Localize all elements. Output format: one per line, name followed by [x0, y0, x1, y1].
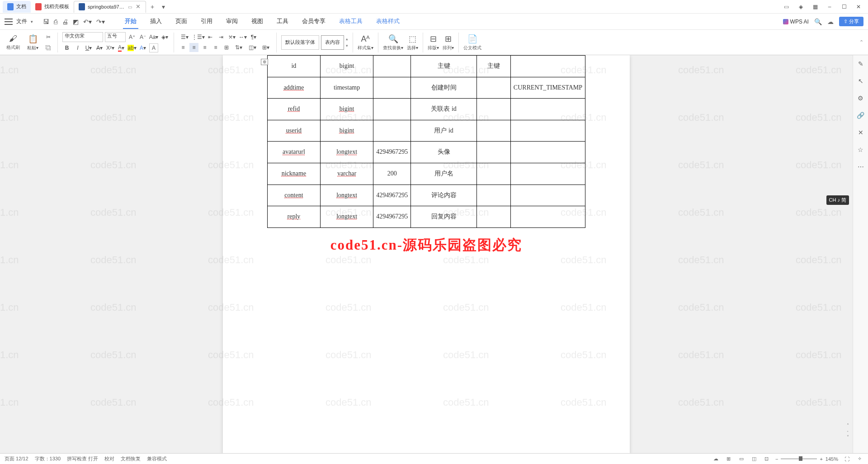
clear-format-icon[interactable]: ◈▾ [160, 33, 169, 42]
tab-springboot-doc[interactable]: springboota97r2数据库文档 ▭ ✕ [74, 1, 146, 13]
strikethrough-icon[interactable]: A̶▾ [95, 43, 104, 52]
minimize-button[interactable]: – [823, 1, 836, 13]
view-mode-2-icon[interactable]: ⊞ [725, 455, 733, 463]
menu-review[interactable]: 审阅 [224, 14, 240, 29]
table-cell[interactable]: 头像 [411, 142, 477, 163]
table-cell[interactable]: 创建时间 [411, 77, 477, 99]
table-cell[interactable]: longtext [320, 142, 373, 163]
table-cell[interactable]: refid [268, 99, 321, 120]
line-spacing-icon[interactable]: ⇅▾ [233, 43, 245, 52]
table-cell[interactable]: 评论内容 [411, 185, 477, 206]
style-default[interactable]: 默认段落字体 [281, 35, 319, 50]
table-cell[interactable]: 4294967295 [373, 185, 411, 206]
menu-reference[interactable]: 引用 [199, 14, 214, 29]
table-cell[interactable] [476, 99, 510, 120]
rail-settings-icon[interactable]: ⚙ [856, 93, 866, 103]
zoom-level[interactable]: 145% [826, 456, 838, 462]
table-cell[interactable]: bigint [320, 56, 373, 77]
align-right-icon[interactable]: ≡ [200, 43, 209, 52]
layout-row-button[interactable]: ⊟排版▾ [428, 34, 439, 51]
font-name-select[interactable]: 华文仿宋 [62, 32, 103, 42]
tab-documents[interactable]: 文档 [3, 1, 31, 13]
table-cell[interactable] [510, 185, 585, 206]
superscript-icon[interactable]: X²▾ [106, 43, 115, 52]
rail-pencil-icon[interactable]: ✎ [856, 59, 866, 69]
sort-icon[interactable]: ⤧▾ [227, 33, 236, 42]
status-page[interactable]: 页面 12/12 [5, 455, 28, 462]
table-cell[interactable]: 主键 [476, 56, 510, 77]
align-justify-icon[interactable]: ≡ [211, 43, 220, 52]
menu-member[interactable]: 会员专享 [300, 14, 327, 29]
table-row[interactable]: refidbigint关联表 id [268, 99, 585, 120]
menu-page[interactable]: 页面 [174, 14, 189, 29]
table-cell[interactable]: content [268, 185, 321, 206]
table-cell[interactable]: addtime [268, 77, 321, 99]
menu-start[interactable]: 开始 [123, 14, 138, 29]
tab-template[interactable]: 找稻壳模板 [31, 1, 74, 13]
table-row[interactable]: replylongtext4294967295回复内容 [268, 206, 585, 228]
status-proofing[interactable]: 校对 [104, 455, 114, 462]
zoom-out-icon[interactable]: − [775, 456, 778, 462]
search-icon[interactable]: 🔍 [814, 18, 822, 25]
zoom-slider[interactable] [781, 458, 817, 459]
table-cell[interactable] [373, 99, 411, 120]
table-cell[interactable]: varchar [320, 163, 373, 185]
collapse-ribbon-icon[interactable]: ⌃ [859, 39, 863, 45]
close-icon[interactable]: ✕ [135, 4, 141, 10]
table-cell[interactable]: bigint [320, 99, 373, 120]
cube-icon[interactable]: ◈ [794, 1, 807, 13]
preview-icon[interactable]: ◩ [73, 18, 79, 25]
table-row[interactable]: avatarurllongtext4294967295头像 [268, 142, 585, 163]
styles-button[interactable]: Aᴬ样式集▾ [358, 34, 373, 51]
table-cell[interactable]: CURRENT_TIMESTAMP [510, 77, 585, 99]
decrease-font-icon[interactable]: A⁻ [138, 33, 147, 42]
copy-icon[interactable]: ⿻ [44, 43, 53, 52]
tab-list-button[interactable]: ▾ [159, 2, 168, 11]
table-cell[interactable] [510, 120, 585, 142]
highlight-icon[interactable]: ab▾ [127, 43, 137, 52]
table-cell[interactable] [373, 56, 411, 77]
style-table-content[interactable]: 表内容 [321, 35, 344, 50]
find-replace-button[interactable]: 🔍查找替换▾ [383, 34, 403, 51]
table-move-handle[interactable]: ⊕ [261, 59, 268, 65]
zoom-in-icon[interactable]: + [820, 456, 822, 462]
style-prev-icon[interactable]: ▴ [346, 36, 348, 43]
redo-icon[interactable]: ↷▾ [96, 18, 105, 25]
file-dropdown-icon[interactable]: ▾ [31, 19, 33, 24]
select-button[interactable]: ⬚选择▾ [407, 34, 418, 51]
table-cell[interactable]: longtext [320, 206, 373, 228]
increase-indent-icon[interactable]: ⇥ [217, 33, 226, 42]
scroll-page-icon[interactable]: ◦ [844, 429, 852, 434]
menu-view[interactable]: 视图 [250, 14, 265, 29]
print-preview-icon[interactable]: ⎙ [54, 18, 57, 25]
rail-more-icon[interactable]: ⋯ [856, 162, 866, 172]
table-cell[interactable]: id [268, 56, 321, 77]
menu-tools[interactable]: 工具 [275, 14, 290, 29]
table-cell[interactable] [476, 142, 510, 163]
table-cell[interactable]: reply [268, 206, 321, 228]
table-cell[interactable] [510, 99, 585, 120]
official-mode-button[interactable]: 📄公文模式 [463, 34, 481, 51]
table-row[interactable]: addtimetimestamp创建时间CURRENT_TIMESTAMP [268, 77, 585, 99]
font-color-icon[interactable]: A▾ [117, 43, 126, 52]
bold-icon[interactable]: B [62, 43, 71, 52]
style-next-icon[interactable]: ▾ [346, 43, 348, 49]
align-center-icon[interactable]: ≡ [189, 43, 198, 52]
table-cell[interactable]: timestamp [320, 77, 373, 99]
file-menu[interactable]: 文件 [16, 18, 27, 25]
view-mode-1-icon[interactable]: ☁ [712, 455, 720, 463]
menu-table-style[interactable]: 表格样式 [374, 14, 401, 29]
number-list-icon[interactable]: ⋮☰▾ [192, 33, 204, 42]
phonetic-icon[interactable]: A [149, 43, 158, 52]
table-cell[interactable]: nickname [268, 163, 321, 185]
tab-menu-icon[interactable]: ▭ [128, 5, 132, 9]
table-cell[interactable] [373, 120, 411, 142]
undo-icon[interactable]: ↶▾ [83, 18, 92, 25]
fullscreen-icon[interactable]: ⛶ [843, 455, 851, 463]
decrease-indent-icon[interactable]: ⇤ [206, 33, 215, 42]
change-case-icon[interactable]: Aa▾ [149, 33, 158, 42]
table-cell[interactable]: bigint [320, 120, 373, 142]
wps-ai-button[interactable]: WPS AI [783, 19, 809, 25]
font-size-select[interactable]: 五号 [105, 32, 126, 42]
table-cell[interactable]: 4294967295 [373, 142, 411, 163]
